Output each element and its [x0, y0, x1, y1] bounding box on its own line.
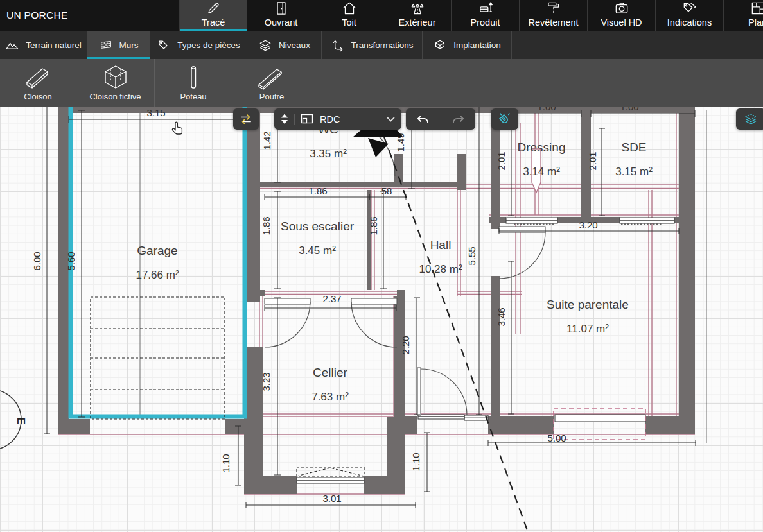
svg-text:SDE: SDE: [621, 141, 646, 154]
svg-text:3.45 m²: 3.45 m²: [299, 245, 336, 257]
tags-icon: [681, 0, 698, 17]
svg-text:11.07 m²: 11.07 m²: [566, 323, 609, 335]
tab-produit[interactable]: Produit: [452, 0, 520, 31]
subnav-label: Implantation: [453, 40, 501, 50]
tab-revetement[interactable]: Revêtement: [520, 0, 588, 31]
tool-cloison[interactable]: Cloison: [0, 59, 76, 107]
subnav-implantation[interactable]: Implantation: [423, 31, 512, 59]
divider: [294, 114, 295, 125]
transform-arrows-icon: [330, 39, 344, 53]
tab-label: Visuel HD: [601, 17, 642, 28]
svg-text:1.42: 1.42: [261, 131, 272, 150]
tool-label: Cloison: [24, 92, 51, 101]
svg-text:2.01: 2.01: [587, 151, 598, 170]
tab-label: Revêtement: [528, 17, 578, 28]
tool-label: Poteau: [180, 92, 206, 101]
tab-toit[interactable]: Toit: [315, 0, 383, 31]
main-toolbar: UN PORCHE Tracé Ouvrant Toit Extérieur P…: [0, 0, 763, 31]
tab-label: Extérieur: [398, 17, 435, 28]
magnet-snap-button[interactable]: [491, 108, 518, 130]
camera-icon: [613, 0, 630, 17]
tab-indications[interactable]: Indications: [656, 0, 724, 31]
blueprint-icon: [750, 0, 763, 17]
tab-label: Tracé: [202, 17, 225, 28]
mountains-icon: [5, 39, 19, 53]
layers-button[interactable]: [736, 108, 763, 130]
subnav-terrain-naturel[interactable]: Terrain naturel: [0, 31, 87, 59]
undo-icon: [416, 114, 430, 124]
svg-text:1.86: 1.86: [308, 185, 327, 196]
pencil-icon: [205, 0, 222, 17]
svg-text:3.01: 3.01: [322, 493, 341, 504]
road-icon: [409, 0, 426, 17]
redo-icon: [451, 114, 465, 124]
tab-label: Produit: [471, 17, 500, 28]
subnav-murs[interactable]: Murs: [87, 31, 150, 59]
svg-text:1.10: 1.10: [220, 454, 231, 472]
svg-text:10.28 m²: 10.28 m²: [419, 263, 462, 275]
paint-roller-icon: [545, 0, 562, 17]
tab-exterieur[interactable]: Extérieur: [383, 0, 452, 31]
svg-text:Sous escalier: Sous escalier: [281, 219, 355, 233]
tag-icon: [157, 39, 171, 53]
svg-text:6.00: 6.00: [31, 252, 42, 270]
project-title: UN PORCHE: [6, 10, 68, 21]
brick-wall-icon: [99, 39, 113, 53]
tab-label: Plan: [748, 17, 763, 28]
layers-stack-icon: [742, 112, 759, 127]
undo-button[interactable]: [406, 108, 441, 130]
floor-plan-mini-icon: [301, 114, 314, 124]
svg-text:2.37: 2.37: [322, 293, 341, 304]
chevron-down-icon: [387, 117, 395, 122]
subnav-transformations[interactable]: Transformations: [322, 31, 423, 59]
tool-label: Cloison fictive: [89, 92, 141, 101]
wall-panel-icon: [21, 64, 55, 92]
svg-text:3.46: 3.46: [496, 307, 507, 326]
svg-text:7.63 m²: 7.63 m²: [311, 391, 349, 403]
main-tabs: Tracé Ouvrant Toit Extérieur Produit Rev…: [179, 0, 763, 31]
svg-text:3.35 m²: 3.35 m²: [310, 148, 347, 160]
svg-text:Garage: Garage: [137, 244, 177, 257]
svg-text:3.14 m²: 3.14 m²: [523, 166, 560, 178]
tab-label: Toit: [342, 17, 356, 28]
level-selector[interactable]: RDC: [274, 108, 401, 130]
svg-text:Cellier: Cellier: [313, 366, 348, 379]
svg-text:3.15: 3.15: [146, 107, 165, 118]
tab-trace[interactable]: Tracé: [179, 0, 247, 31]
tool-label: Poutre: [259, 92, 284, 101]
svg-text:1.86: 1.86: [261, 216, 272, 235]
column-icon: [176, 64, 211, 92]
redo-button[interactable]: [441, 108, 475, 130]
tab-ouvrant[interactable]: Ouvrant: [247, 0, 315, 31]
tab-visuel-hd[interactable]: Visuel HD: [588, 0, 656, 31]
svg-text:17.66 m²: 17.66 m²: [136, 269, 179, 281]
svg-text:5.60: 5.60: [66, 252, 76, 270]
furniture-icon: [477, 0, 494, 17]
svg-text:3.20: 3.20: [579, 219, 597, 230]
undo-redo-group: [406, 108, 475, 130]
subnav-label: Terrain naturel: [26, 40, 81, 50]
subnav-label: Transformations: [351, 40, 413, 50]
svg-text:3.23: 3.23: [261, 372, 272, 391]
swap-view-button[interactable]: [233, 108, 259, 130]
svg-text:5.00: 5.00: [547, 433, 566, 443]
swap-arrows-icon: [238, 112, 254, 126]
tool-cloison-fictive[interactable]: Cloison fictive: [76, 59, 155, 107]
subnav-niveaux[interactable]: Niveaux: [247, 31, 322, 59]
tool-poutre[interactable]: Poutre: [232, 59, 311, 107]
level-spinner-icon[interactable]: [281, 113, 288, 125]
wall-tools-palette: Cloison Cloison fictive Poteau Poutre: [0, 59, 763, 107]
svg-text:Suite parentale: Suite parentale: [547, 298, 629, 311]
svg-text:Hall: Hall: [430, 238, 452, 252]
beam-icon: [254, 64, 289, 92]
tab-label: Ouvrant: [265, 17, 298, 28]
tab-label: Indications: [667, 17, 712, 28]
subnav-types-de-pieces[interactable]: Types de pièces: [150, 31, 247, 59]
svg-text:1.10: 1.10: [410, 452, 421, 471]
tool-poteau[interactable]: Poteau: [155, 59, 232, 107]
door-icon: [273, 0, 290, 17]
isometric-box-icon: [433, 39, 447, 53]
svg-text:2.01: 2.01: [496, 151, 507, 170]
svg-text:1.86: 1.86: [368, 216, 379, 235]
tab-plan[interactable]: Plan: [724, 0, 763, 31]
